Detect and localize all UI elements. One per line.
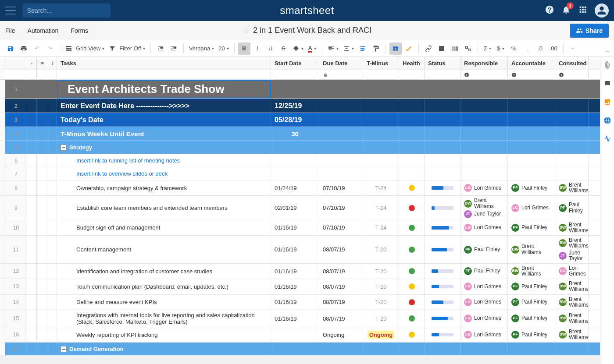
accountable-cell[interactable]: PFPaul Finley bbox=[508, 220, 555, 235]
help-icon[interactable] bbox=[545, 5, 554, 16]
grid-row[interactable]: 5 −Strategy bbox=[0, 141, 614, 154]
start-cell[interactable]: 30 bbox=[271, 127, 319, 141]
share-button[interactable]: Share bbox=[570, 24, 609, 38]
save-icon[interactable] bbox=[4, 42, 17, 55]
due-cell[interactable]: 08/07/19 bbox=[319, 236, 363, 263]
search-box[interactable] bbox=[23, 4, 111, 18]
accountable-cell[interactable]: PFPaul Finley bbox=[508, 327, 555, 342]
menu-automation[interactable]: Automation bbox=[28, 27, 59, 34]
row-number[interactable]: 13 bbox=[5, 279, 27, 294]
thousands-button[interactable]: , bbox=[521, 42, 533, 55]
grid-row[interactable]: 13 Team communication plan (Dashboard, e… bbox=[0, 279, 614, 294]
status-cell[interactable] bbox=[425, 264, 460, 279]
notifications-icon[interactable]: 1 bbox=[561, 5, 571, 16]
start-cell[interactable]: 01/24/19 bbox=[271, 180, 319, 195]
accountable-cell[interactable]: PFPaul Finley bbox=[508, 295, 555, 310]
health-cell[interactable] bbox=[399, 327, 425, 342]
italic-button[interactable]: I bbox=[251, 42, 264, 55]
tminus-cell[interactable] bbox=[363, 154, 399, 167]
tminus-cell[interactable]: T-20 bbox=[363, 310, 399, 327]
task-cell[interactable]: −Strategy bbox=[57, 141, 271, 154]
status-cell[interactable] bbox=[425, 154, 460, 167]
accountable-cell[interactable] bbox=[508, 127, 555, 141]
due-cell[interactable]: 07/10/19 bbox=[319, 196, 363, 219]
accountable-cell[interactable] bbox=[508, 141, 555, 154]
due-cell[interactable]: 08/07/19 bbox=[319, 310, 363, 327]
consulted-cell[interactable] bbox=[555, 80, 589, 99]
grid-row[interactable]: 1 Event Architects Trade Show bbox=[0, 80, 614, 99]
rail-attachments-icon[interactable] bbox=[603, 61, 611, 71]
tminus-cell[interactable]: T-20 bbox=[363, 236, 399, 263]
tminus-cell[interactable] bbox=[363, 167, 399, 180]
align-button[interactable] bbox=[326, 42, 340, 55]
health-cell[interactable] bbox=[399, 180, 425, 195]
view-selector[interactable]: Grid View bbox=[64, 42, 106, 55]
status-cell[interactable] bbox=[425, 295, 460, 310]
status-cell[interactable] bbox=[425, 343, 460, 355]
due-cell[interactable]: 08/07/19 bbox=[319, 279, 363, 294]
row-number[interactable]: 9 bbox=[5, 196, 27, 219]
responsible-cell[interactable]: LGLori Grimes bbox=[460, 295, 508, 310]
filter-selector[interactable]: Filter Off bbox=[107, 42, 147, 55]
status-header[interactable]: Status bbox=[425, 57, 460, 70]
health-cell[interactable] bbox=[399, 127, 425, 141]
due-cell[interactable] bbox=[319, 154, 363, 167]
health-cell[interactable] bbox=[399, 113, 425, 127]
tminus-cell[interactable]: T-24 bbox=[363, 220, 399, 235]
status-cell[interactable] bbox=[425, 180, 460, 195]
outdent-icon[interactable] bbox=[154, 42, 167, 55]
due-cell[interactable] bbox=[319, 99, 363, 113]
row-number[interactable]: 6 bbox=[5, 154, 27, 167]
grid-row[interactable]: 7 Insert link to overview slides or deck bbox=[0, 167, 614, 180]
consulted-cell[interactable]: BWBrent Williams bbox=[555, 220, 589, 235]
tminus-header[interactable]: T-Minus bbox=[363, 57, 399, 70]
dec-decrease-button[interactable]: .0 bbox=[534, 42, 546, 55]
start-cell[interactable] bbox=[271, 327, 319, 342]
due-cell[interactable]: 07/10/19 bbox=[319, 180, 363, 195]
due-cell[interactable]: 08/07/19 bbox=[319, 295, 363, 310]
accountable-cell[interactable] bbox=[508, 99, 555, 113]
consulted-cell[interactable]: BWBrent Williams bbox=[555, 310, 589, 327]
menu-icon[interactable] bbox=[5, 5, 16, 16]
accountable-cell[interactable] bbox=[508, 154, 555, 167]
status-cell[interactable] bbox=[425, 236, 460, 263]
grid-row[interactable]: 4 T-Minus Weeks Until Event 30 bbox=[0, 127, 614, 141]
consulted-cell[interactable] bbox=[555, 113, 589, 127]
info-header[interactable]: i bbox=[48, 57, 57, 70]
due-cell[interactable] bbox=[319, 127, 363, 141]
consulted-header[interactable]: Consulted bbox=[555, 57, 589, 70]
row-number[interactable]: 15 bbox=[5, 310, 27, 327]
accountable-cell[interactable] bbox=[508, 167, 555, 180]
consulted-cell[interactable] bbox=[555, 154, 589, 167]
accountable-cell[interactable]: PFPaul Finley bbox=[508, 279, 555, 294]
status-cell[interactable] bbox=[425, 141, 460, 154]
task-cell[interactable]: Event Architects Trade Show bbox=[57, 80, 271, 99]
grid-row[interactable]: 3 Today's Date 05/28/19 bbox=[0, 113, 614, 127]
link-icon[interactable] bbox=[422, 42, 435, 55]
favorite-icon[interactable]: ☆ bbox=[243, 26, 250, 35]
consulted-cell[interactable]: BWBrent Williams bbox=[555, 279, 589, 294]
task-cell[interactable]: Weekly reporting of KPI tracking bbox=[57, 327, 271, 342]
due-header[interactable]: Due Date bbox=[319, 57, 363, 70]
start-cell[interactable]: 01/16/19 bbox=[271, 295, 319, 310]
tminus-cell[interactable] bbox=[363, 127, 399, 141]
rail-comments-icon[interactable] bbox=[603, 80, 611, 89]
start-header[interactable]: Start Date bbox=[271, 57, 319, 70]
tasks-header[interactable]: Tasks bbox=[57, 57, 271, 70]
print-icon[interactable] bbox=[18, 42, 30, 55]
health-cell[interactable] bbox=[399, 154, 425, 167]
apps-icon[interactable] bbox=[578, 5, 588, 16]
consulted-cell[interactable] bbox=[555, 99, 589, 113]
grid-row[interactable]: 8 Ownership, campaign strategy & framewo… bbox=[0, 180, 614, 196]
back-icon[interactable]: ← bbox=[567, 42, 579, 55]
celllink-icon[interactable] bbox=[462, 42, 474, 55]
health-cell[interactable] bbox=[399, 264, 425, 279]
sum-button[interactable]: Σ bbox=[482, 42, 494, 55]
grid-row[interactable]: 17 −Demand Generation bbox=[0, 343, 614, 356]
responsible-cell[interactable]: PFPaul Finley bbox=[460, 236, 508, 263]
collapse-toolbar-icon[interactable]: ︿ bbox=[605, 47, 610, 55]
font-selector[interactable]: Verdana bbox=[187, 42, 216, 55]
accountable-cell[interactable]: LGLori Grimes bbox=[508, 196, 555, 219]
fillcolor-button[interactable] bbox=[291, 42, 305, 55]
indent-icon[interactable] bbox=[168, 42, 180, 55]
